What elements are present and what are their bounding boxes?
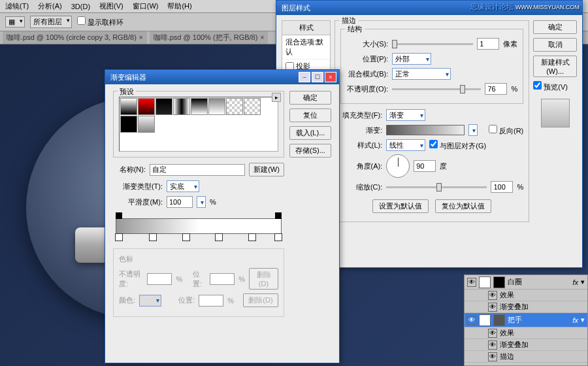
document-tab[interactable]: 咖啡.psd @ 100% (把手, RGB/8)× [150,31,269,44]
ok-button[interactable]: 确定 [533,20,577,34]
visibility-icon[interactable]: 👁 [467,316,476,325]
maximize-icon[interactable]: ☐ [312,72,323,82]
preset-grid[interactable] [119,97,278,152]
close-icon[interactable]: × [260,34,264,41]
new-button[interactable]: 新建(W) [249,163,284,176]
swatch-dropdown[interactable]: ▦ [5,16,25,27]
stop-color-label: 颜色: [119,295,135,305]
visibility-icon[interactable]: 👁 [488,329,497,338]
effects-row[interactable]: 👁效果 [465,327,587,339]
make-default-button[interactable]: 设置为默认值 [372,199,429,213]
stop-opacity-label: 不透明度: [119,269,143,289]
layer-thumbnail[interactable] [479,314,491,326]
gradient-editor-dialog: 渐变编辑器 – ☐ × 预设 ▸ [105,69,340,363]
ok-button[interactable]: 确定 [289,91,331,105]
stop-position-input [210,273,235,285]
size-slider[interactable] [392,43,473,45]
blendmode-combo[interactable]: 正常 [392,68,451,80]
visibility-icon[interactable]: 👁 [488,341,497,350]
gradient-picker[interactable] [386,125,465,135]
dialog-title: 渐变编辑器 [110,73,146,82]
effects-row[interactable]: 👁效果 [465,290,587,301]
chevron-down-icon[interactable]: ▾ [581,278,585,286]
structure-title: 结构 [345,24,365,34]
scale-label: 缩放(C): [340,182,382,192]
mask-thumbnail[interactable] [493,314,505,326]
layer-row-selected[interactable]: 👁 把手 fx▾ [465,313,587,327]
preview-thumbnail [541,99,570,127]
layer-thumbnail[interactable] [479,276,491,288]
pct-label: % [517,183,523,191]
menu-3d[interactable]: 3D(D) [71,3,90,10]
layer-name[interactable]: 把手 [508,315,522,325]
gradient-type-combo[interactable]: 实底 [167,180,199,192]
name-input[interactable] [150,164,245,176]
load-button[interactable]: 载入(L)... [289,126,331,140]
mask-thumbnail[interactable] [493,276,505,288]
presets-label: 预设 [118,87,136,97]
layer-name[interactable]: 白圈 [508,277,522,287]
new-style-button[interactable]: 新建样式(W)... [533,56,577,77]
effect-gradient-overlay[interactable]: 👁渐变叠加 [465,339,587,351]
angle-label: 角度(A): [340,161,382,171]
menu-help[interactable]: 帮助(H) [167,1,191,11]
gradient-dropdown[interactable] [468,124,478,136]
menu-window[interactable]: 窗口(W) [133,1,159,11]
angle-input[interactable] [414,160,436,172]
scale-slider[interactable] [386,186,487,188]
align-checkbox[interactable]: 与图层对齐(G) [429,140,486,151]
visibility-icon[interactable]: 👁 [488,291,497,300]
effect-stroke[interactable]: 👁描边 [465,351,587,363]
layer-row[interactable]: 👁 白圈 fx▾ [465,275,587,290]
fx-badge[interactable]: fx [572,316,578,324]
opacity-input[interactable] [485,83,507,95]
gradient-bar[interactable] [116,218,282,234]
visibility-icon[interactable]: 👁 [467,278,476,287]
chevron-down-icon[interactable]: ▾ [581,316,585,324]
dialog-title: 图层样式 [282,3,310,13]
angle-dial[interactable] [386,154,410,178]
titlebar[interactable]: 渐变编辑器 – ☐ × [105,70,339,84]
menu-view[interactable]: 视图(V) [99,1,123,11]
close-icon[interactable]: × [325,72,336,82]
visibility-icon[interactable]: 👁 [488,303,497,312]
reverse-checkbox[interactable]: 反向(R) [482,125,523,136]
smoothness-input[interactable] [167,196,193,208]
gradient-label: 渐变: [340,125,382,135]
size-input[interactable] [477,38,499,50]
layers-dropdown[interactable]: 所有图层 [30,16,72,28]
close-icon[interactable]: × [139,34,143,41]
scale-input[interactable] [491,181,513,193]
menu-analysis[interactable]: 分析(A) [38,1,62,11]
stops-label: 色标 [119,254,278,264]
styles-header: 样式 [282,21,330,35]
titlebar[interactable]: 图层样式 思缘设计论坛 WWW.MISSYUAN.COM [276,1,582,15]
stops-panel: 色标 不透明度: % 位置: % 删除(D) 颜色: 位置: % 删除(D) [113,248,284,317]
sampling-ring-checkbox[interactable]: 显示取样环 [77,16,123,27]
delete-color-button: 删除(D) [243,293,278,307]
opacity-slider[interactable] [392,88,481,90]
smoothness-dropdown[interactable] [197,196,206,208]
filltype-label: 填充类型(F): [340,110,382,120]
save-button[interactable]: 存储(S)... [289,144,331,158]
fx-badge[interactable]: fx [572,278,578,286]
position-label: 位置(P): [346,54,388,64]
style-combo[interactable]: 线性 [386,139,425,151]
flyout-icon[interactable]: ▸ [272,93,281,102]
blend-options-item[interactable]: 混合选项:默认 [282,35,330,59]
preview-checkbox[interactable]: 预览(V) [533,81,577,92]
reset-default-button[interactable]: 复位为默认值 [435,199,491,213]
filltype-combo[interactable]: 渐变 [386,109,425,121]
document-tab[interactable]: 咖啡.psd @ 100% (circle copy 3, RGB/8)× [3,31,147,44]
position-combo[interactable]: 外部 [392,53,431,65]
reset-button[interactable]: 复位 [289,108,331,122]
gradient-type-label: 渐变类型(T): [113,182,163,191]
pct-label: % [210,198,216,206]
effect-gradient-overlay[interactable]: 👁渐变叠加 [465,301,587,313]
watermark-text: 思缘设计论坛 WWW.MISSYUAN.COM [470,2,580,12]
visibility-icon[interactable]: 👁 [488,352,497,361]
presets-group: 预设 ▸ [113,91,284,158]
minimize-icon[interactable]: – [299,72,310,82]
cancel-button[interactable]: 取消 [533,38,577,52]
menu-filter[interactable]: 滤镜(T) [5,1,29,11]
